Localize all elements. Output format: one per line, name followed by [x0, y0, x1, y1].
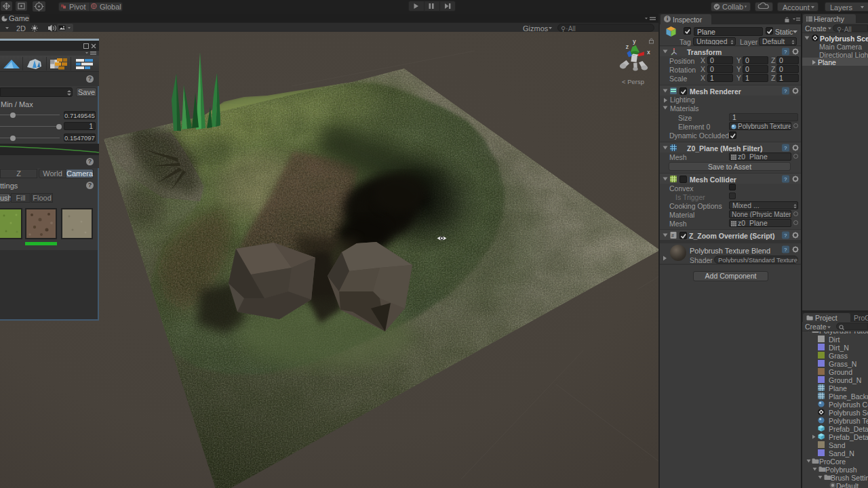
svg-text:y: y: [633, 38, 636, 45]
svg-text:?: ?: [784, 49, 787, 55]
svg-text:˂ Persp: ˂ Persp: [622, 78, 644, 85]
svg-text:?: ?: [784, 232, 787, 239]
svg-text:x: x: [647, 49, 650, 56]
svg-text:#: #: [671, 233, 674, 238]
svg-text:?: ?: [784, 247, 787, 253]
svg-text:?: ?: [784, 145, 787, 151]
svg-text:?: ?: [784, 88, 787, 94]
svg-text:z: z: [626, 43, 629, 50]
svg-text:?: ?: [784, 176, 787, 182]
svg-text:Collab: Collab: [722, 2, 743, 10]
